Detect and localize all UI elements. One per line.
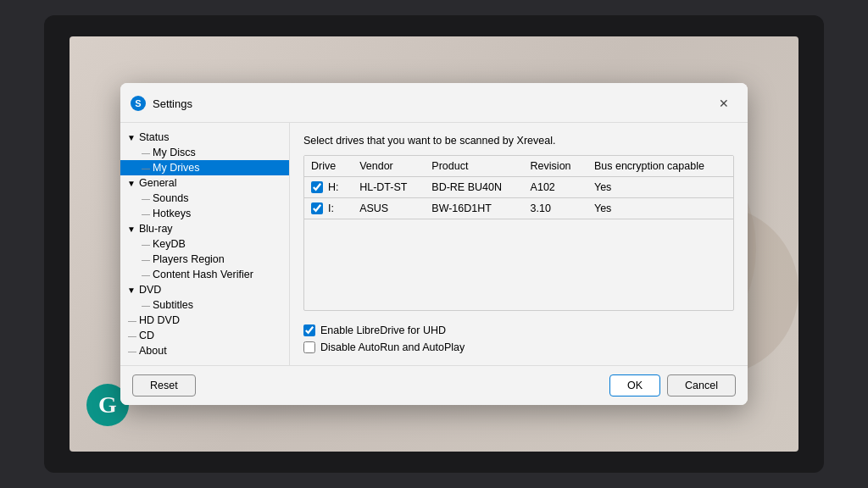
sidebar-item-players-region[interactable]: —Players Region	[120, 252, 289, 267]
sidebar-item-about[interactable]: —About	[120, 343, 289, 358]
dash-icon: —	[141, 209, 151, 219]
sidebar-item-label: KeyDB	[153, 238, 186, 250]
col-product: Product	[425, 156, 523, 177]
settings-dialog: S Settings ✕ ▼Status—My Discs—My Drives▼…	[120, 83, 748, 405]
title-bar: S Settings ✕	[120, 83, 748, 122]
cancel-button[interactable]: Cancel	[667, 374, 736, 396]
row1-bus-enc: Yes	[587, 177, 733, 198]
sidebar-item-label: My Discs	[153, 147, 196, 158]
sidebar-item-general[interactable]: ▼General	[120, 175, 289, 191]
dash-icon: —	[141, 255, 151, 264]
row1-drive-letter: H:	[328, 181, 339, 193]
row1-drive: H:	[304, 177, 353, 198]
col-revision: Revision	[524, 156, 587, 177]
sidebar-item-hd-dvd[interactable]: —HD DVD	[120, 313, 289, 328]
row1-product: BD-RE BU40N	[425, 177, 523, 198]
chevron-icon: ▼	[127, 286, 137, 295]
sidebar-item-label: DVD	[139, 284, 161, 296]
row2-bus-enc: Yes	[587, 198, 733, 219]
sidebar-item-cd[interactable]: —CD	[120, 328, 289, 343]
enable-libre-checkbox[interactable]	[303, 324, 315, 336]
dash-icon: —	[127, 316, 137, 325]
laptop-screen: G S Settings ✕ ▼Status—My Discs—My Drive…	[70, 36, 798, 452]
ok-button[interactable]: OK	[609, 374, 660, 396]
drives-table: Drive Vendor Product Revision Bus encryp…	[303, 155, 734, 311]
sidebar-item-label: CD	[139, 330, 154, 341]
options-area: Enable LibreDrive for UHD Disable AutoRu…	[303, 319, 734, 353]
row1-vendor: HL-DT-ST	[353, 177, 425, 198]
laptop-shell: G S Settings ✕ ▼Status—My Discs—My Drive…	[44, 15, 824, 473]
row2-drive: I:	[304, 198, 353, 219]
sidebar: ▼Status—My Discs—My Drives▼General—Sound…	[120, 123, 290, 365]
dash-icon: —	[141, 148, 151, 158]
col-drive: Drive	[304, 156, 353, 177]
chevron-icon: ▼	[127, 133, 137, 142]
app-icon: S	[131, 96, 146, 111]
sidebar-item-label: General	[139, 177, 176, 189]
drives-table-element: Drive Vendor Product Revision Bus encryp…	[304, 156, 733, 219]
sidebar-item-label: Content Hash Verifier	[153, 269, 253, 280]
sidebar-item-hotkeys[interactable]: —Hotkeys	[120, 206, 289, 221]
dash-icon: —	[141, 270, 151, 280]
dialog-footer: Reset OK Cancel	[120, 365, 748, 405]
dash-icon: —	[141, 194, 151, 203]
table-header-row: Drive Vendor Product Revision Bus encryp…	[304, 156, 733, 177]
row2-vendor: ASUS	[353, 198, 425, 219]
enable-libre-option[interactable]: Enable LibreDrive for UHD	[303, 324, 734, 336]
col-vendor: Vendor	[353, 156, 425, 177]
window-title: Settings	[153, 97, 192, 110]
enable-libre-label: Enable LibreDrive for UHD	[320, 324, 446, 336]
dash-icon: —	[127, 347, 137, 356]
title-bar-left: S Settings	[131, 96, 192, 111]
sidebar-item-content-hash[interactable]: —Content Hash Verifier	[120, 267, 289, 282]
sidebar-item-label: About	[139, 345, 167, 357]
sidebar-item-label: Status	[139, 131, 169, 143]
chevron-icon: ▼	[127, 179, 137, 188]
sidebar-item-label: Sounds	[153, 192, 188, 204]
sidebar-item-label: Subtitles	[153, 299, 193, 311]
sidebar-item-my-drives[interactable]: —My Drives	[120, 160, 289, 175]
row2-revision: 3.10	[524, 198, 587, 219]
chevron-icon: ▼	[127, 225, 137, 234]
table-row: I: ASUS BW-16D1HT 3.10 Yes	[304, 198, 733, 219]
disable-autorun-option[interactable]: Disable AutoRun and AutoPlay	[303, 341, 734, 353]
row1-revision: A102	[524, 177, 587, 198]
row2-drive-letter: I:	[328, 202, 334, 214]
reset-button[interactable]: Reset	[132, 374, 196, 396]
sidebar-item-label: HD DVD	[139, 314, 180, 326]
dash-icon: —	[141, 240, 151, 249]
sidebar-item-label: My Drives	[153, 162, 200, 174]
ok-cancel-group: OK Cancel	[609, 374, 736, 396]
dash-icon: —	[141, 164, 151, 173]
close-button[interactable]: ✕	[712, 92, 736, 115]
sidebar-item-dvd[interactable]: ▼DVD	[120, 282, 289, 297]
sidebar-item-my-discs[interactable]: —My Discs	[120, 145, 289, 160]
disable-autorun-checkbox[interactable]	[303, 341, 315, 353]
sidebar-item-label: Blu-ray	[139, 223, 173, 235]
sidebar-item-keydb[interactable]: —KeyDB	[120, 236, 289, 252]
logo-letter: G	[98, 391, 117, 419]
sidebar-item-sounds[interactable]: —Sounds	[120, 191, 289, 206]
disable-autorun-label: Disable AutoRun and AutoPlay	[320, 341, 465, 353]
sidebar-item-label: Hotkeys	[153, 208, 191, 219]
dialog-body: ▼Status—My Discs—My Drives▼General—Sound…	[120, 122, 748, 365]
col-bus-enc: Bus encryption capable	[587, 156, 733, 177]
sidebar-item-bluray[interactable]: ▼Blu-ray	[120, 221, 289, 236]
sidebar-item-status[interactable]: ▼Status	[120, 130, 289, 145]
table-row: H: HL-DT-ST BD-RE BU40N A102 Yes	[304, 177, 733, 198]
sidebar-item-subtitles[interactable]: —Subtitles	[120, 297, 289, 313]
main-panel: Select drives that you want to be scanne…	[290, 123, 748, 365]
dash-icon: —	[141, 301, 151, 310]
row2-checkbox[interactable]	[311, 202, 323, 214]
row2-product: BW-16D1HT	[425, 198, 523, 219]
dash-icon: —	[127, 331, 137, 341]
row1-checkbox[interactable]	[311, 181, 323, 193]
sidebar-item-label: Players Region	[153, 253, 225, 265]
instruction-text: Select drives that you want to be scanne…	[303, 135, 734, 147]
